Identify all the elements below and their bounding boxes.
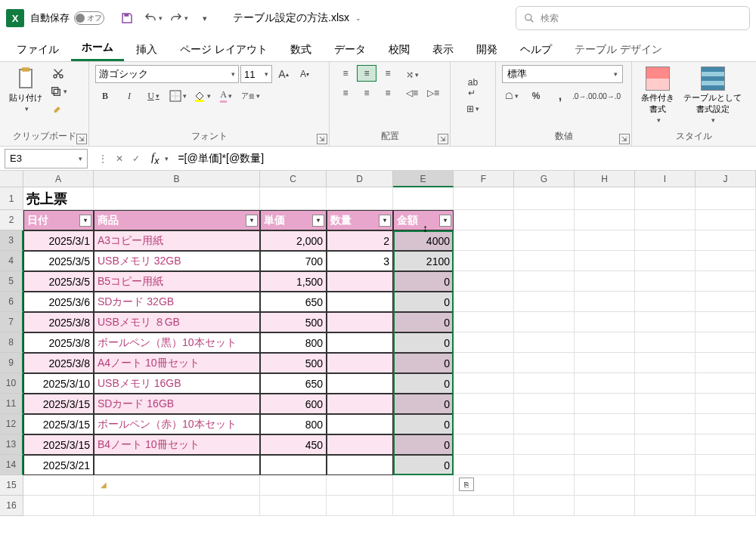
cell[interactable]	[635, 312, 696, 332]
tab-developer[interactable]: 開発	[466, 39, 508, 61]
cell[interactable]: 3	[327, 251, 393, 271]
cell[interactable]	[696, 394, 756, 414]
cell[interactable]	[260, 475, 327, 496]
cancel-button[interactable]: ✕	[112, 153, 127, 164]
cell[interactable]	[454, 353, 514, 373]
col-A[interactable]: A	[23, 171, 94, 187]
cell[interactable]	[514, 434, 575, 455]
cell[interactable]	[514, 271, 575, 292]
name-box[interactable]: E3▾	[5, 149, 88, 168]
cell[interactable]	[327, 475, 393, 496]
tab-file[interactable]: ファイル	[6, 39, 70, 61]
row-3[interactable]: 3	[0, 230, 23, 251]
cell[interactable]	[327, 312, 393, 332]
cell[interactable]	[260, 187, 327, 210]
cell[interactable]: 650	[260, 373, 327, 394]
cell[interactable]: 2025/3/5	[23, 271, 94, 292]
cell[interactable]: 0	[393, 394, 454, 414]
cell[interactable]: A3コピー用紙	[94, 230, 260, 251]
row-6[interactable]: 6	[0, 292, 23, 312]
cell[interactable]: 2025/3/1	[23, 230, 94, 251]
cell[interactable]	[23, 496, 94, 516]
align-left[interactable]: ≡	[336, 85, 355, 101]
cell[interactable]	[575, 210, 635, 230]
cell[interactable]: USBメモリ ８GB	[94, 312, 260, 332]
cell[interactable]: 2025/3/10	[23, 373, 94, 394]
cell[interactable]: 0	[393, 332, 454, 353]
cell[interactable]	[635, 455, 696, 475]
row-2[interactable]: 2	[0, 210, 23, 230]
cell[interactable]	[696, 353, 756, 373]
cell[interactable]	[454, 271, 514, 292]
decrease-indent[interactable]: ◁≡	[402, 85, 422, 101]
cell[interactable]	[635, 230, 696, 251]
conditional-formatting-button[interactable]: 条件付き 書式▾	[638, 65, 677, 125]
cell[interactable]	[514, 312, 575, 332]
number-format-combo[interactable]: 標準▾	[502, 65, 623, 83]
cell[interactable]	[454, 230, 514, 251]
cell[interactable]	[635, 434, 696, 455]
cell[interactable]: A4ノート 10冊セット	[94, 353, 260, 373]
tab-view[interactable]: 表示	[422, 39, 464, 61]
cell[interactable]	[575, 394, 635, 414]
cell[interactable]	[514, 210, 575, 230]
border-button[interactable]: ▾	[168, 88, 187, 104]
col-C[interactable]: C	[260, 171, 327, 187]
tab-table-design[interactable]: テーブル デザイン	[564, 39, 673, 61]
cell[interactable]: 2025/3/15	[23, 434, 94, 455]
cell[interactable]	[696, 455, 756, 475]
tab-home[interactable]: ホーム	[71, 36, 124, 61]
table-expand-button[interactable]: ◢	[96, 478, 111, 491]
cell[interactable]	[454, 292, 514, 312]
cell[interactable]: 金額▾	[393, 210, 454, 230]
autosave-toggle[interactable]: 自動保存 オフ	[30, 11, 104, 25]
cell[interactable]: ボールペン（黒）10本セット	[94, 332, 260, 353]
cell[interactable]	[454, 251, 514, 271]
cut-button[interactable]	[48, 65, 68, 82]
cell[interactable]: 2025/3/8	[23, 312, 94, 332]
cell[interactable]	[327, 434, 393, 455]
cell[interactable]	[575, 251, 635, 271]
cell[interactable]	[575, 414, 635, 434]
cell[interactable]: 500	[260, 353, 327, 373]
cell[interactable]: USBメモリ 32GB	[94, 251, 260, 271]
cell[interactable]	[575, 271, 635, 292]
cell[interactable]	[327, 496, 393, 516]
cell[interactable]	[327, 271, 393, 292]
decrease-font-button[interactable]: A▾	[295, 66, 314, 82]
cell[interactable]	[514, 394, 575, 414]
cell[interactable]	[94, 455, 260, 475]
tab-page-layout[interactable]: ページ レイアウト	[169, 39, 278, 61]
cell[interactable]: 数量▾	[327, 210, 393, 230]
cell[interactable]: 2025/3/15	[23, 414, 94, 434]
cell[interactable]: 2	[327, 230, 393, 251]
font-size-combo[interactable]: 11▾	[240, 65, 272, 83]
col-G[interactable]: G	[514, 171, 575, 187]
cell[interactable]	[575, 292, 635, 312]
cell[interactable]	[575, 230, 635, 251]
fx-icon[interactable]: fx	[151, 151, 159, 166]
cell[interactable]	[696, 373, 756, 394]
cell[interactable]	[514, 187, 575, 210]
row-12[interactable]: 12	[0, 414, 23, 434]
cell[interactable]	[635, 353, 696, 373]
cell[interactable]: SDカード 16GB	[94, 394, 260, 414]
cell[interactable]	[327, 187, 393, 210]
cell[interactable]: 2025/3/8	[23, 353, 94, 373]
row-15[interactable]: 15	[0, 475, 23, 496]
filter-button[interactable]: ▾	[379, 215, 391, 227]
increase-font-button[interactable]: A▴	[274, 66, 293, 82]
cell[interactable]: 0	[393, 312, 454, 332]
col-I[interactable]: I	[635, 171, 696, 187]
row-13[interactable]: 13	[0, 434, 23, 455]
cell[interactable]	[454, 312, 514, 332]
cell[interactable]: 4000	[393, 230, 454, 251]
cell[interactable]	[696, 312, 756, 332]
cell[interactable]: 1,500	[260, 271, 327, 292]
format-painter-button[interactable]	[48, 101, 68, 118]
cell[interactable]: B5コピー用紙	[94, 271, 260, 292]
cell[interactable]	[635, 414, 696, 434]
align-right[interactable]: ≡	[378, 85, 398, 101]
save-button[interactable]	[116, 8, 138, 29]
cell[interactable]	[696, 332, 756, 353]
